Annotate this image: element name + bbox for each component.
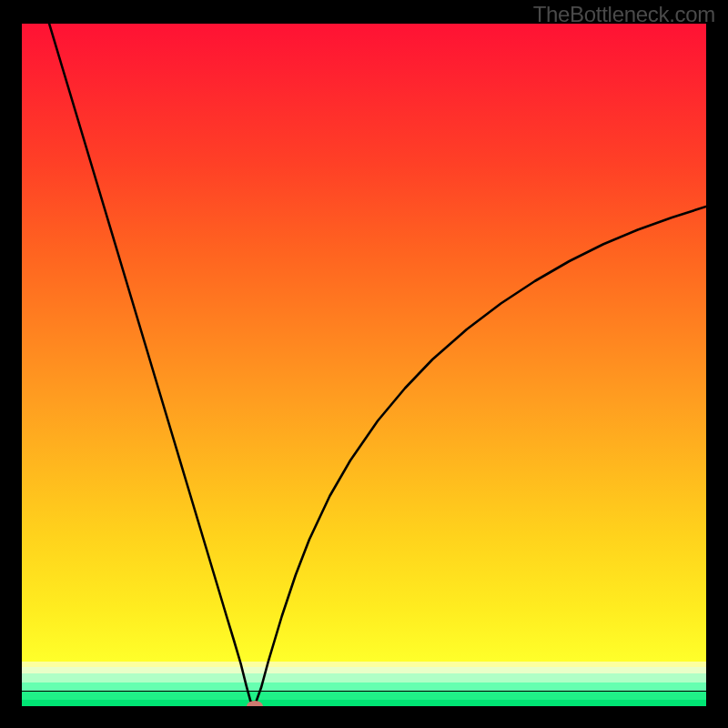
plot-inner (22, 24, 706, 706)
minimum-marker (247, 701, 263, 706)
chart-container: TheBottleneck.com (0, 0, 728, 728)
watermark-label: TheBottleneck.com (533, 2, 715, 27)
bottleneck-curve (22, 24, 706, 706)
plot-frame (22, 24, 706, 706)
